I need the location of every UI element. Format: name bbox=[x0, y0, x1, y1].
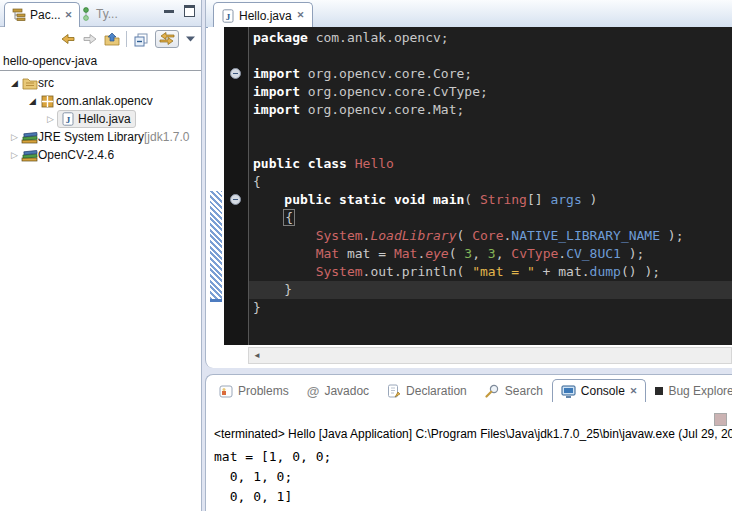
tab-search[interactable]: Search bbox=[476, 380, 552, 402]
tab-label: Search bbox=[505, 384, 543, 398]
tab-package-explorer[interactable]: Pac... ✕ bbox=[4, 2, 80, 27]
code-line[interactable]: Mat mat = Mat.eye( 3, 3, CvType.CV_8UC1 … bbox=[253, 245, 732, 263]
declaration-icon bbox=[387, 384, 401, 398]
back-icon[interactable] bbox=[60, 32, 76, 46]
link-with-editor-button[interactable] bbox=[155, 30, 179, 48]
view-menu-icon[interactable] bbox=[185, 35, 196, 43]
package-explorer-icon bbox=[12, 8, 26, 22]
svg-text:J: J bbox=[226, 11, 231, 21]
tab-console[interactable]: Console✕ bbox=[552, 379, 647, 402]
tree-item-hello-java[interactable]: ▷ J Hello.java bbox=[0, 110, 201, 128]
code-line[interactable]: System.LoadLibrary( Core.NATIVE_LIBRARY_… bbox=[253, 227, 732, 245]
scroll-left-arrow-icon[interactable]: ◄ bbox=[249, 349, 265, 362]
selected-item-box: J Hello.java bbox=[57, 110, 136, 128]
tab-bug-explorer[interactable]: Bug Explorer bbox=[646, 380, 732, 402]
tab-label: Console bbox=[581, 384, 625, 398]
tree-item-src[interactable]: ◢ src bbox=[0, 74, 201, 92]
tab-package-explorer-label: Pac... bbox=[30, 8, 61, 22]
expander-closed-icon[interactable]: ▷ bbox=[8, 132, 21, 142]
project-root-label[interactable]: hello-opencv-java bbox=[0, 51, 201, 70]
eclipse-window: Pac... ✕ Ty... bbox=[0, 0, 732, 511]
tab-label: Problems bbox=[238, 384, 289, 398]
bug-icon bbox=[655, 387, 663, 395]
close-icon[interactable]: ✕ bbox=[65, 11, 73, 20]
tree-item-label: src bbox=[38, 76, 54, 90]
collapse-minus-icon[interactable] bbox=[230, 194, 241, 205]
package-explorer-toolbar bbox=[0, 27, 201, 51]
tab-declaration[interactable]: Declaration bbox=[378, 380, 476, 402]
console-status-line: <terminated> Hello [Java Application] C:… bbox=[214, 427, 732, 441]
fold-gutter[interactable] bbox=[224, 27, 249, 345]
toolbar-separator bbox=[126, 31, 127, 47]
close-icon[interactable]: ✕ bbox=[630, 387, 638, 396]
library-icon bbox=[21, 131, 38, 144]
code-line[interactable]: public static void main( String[] args ) bbox=[253, 191, 732, 209]
code-line[interactable]: import org.opencv.core.Core; bbox=[253, 65, 732, 83]
code-line[interactable]: System.out.println( "mat = " + mat.dump(… bbox=[253, 263, 732, 281]
minimize-icon[interactable] bbox=[164, 10, 174, 13]
javadoc-icon: @ bbox=[307, 385, 320, 398]
project-tree: ◢ src ◢ com.anlak.opencv ▷ J bbox=[0, 71, 201, 164]
tab-javadoc[interactable]: @Javadoc bbox=[298, 380, 378, 402]
editor-panel: J Hello.java ✕ package com.anlak.opencv;… bbox=[205, 0, 732, 368]
tab-hello-java[interactable]: J Hello.java ✕ bbox=[213, 2, 313, 28]
code-line[interactable]: { bbox=[253, 173, 732, 191]
code-line[interactable]: import org.opencv.core.Mat; bbox=[253, 101, 732, 119]
annotation-ruler[interactable] bbox=[208, 27, 224, 345]
view-window-buttons bbox=[164, 5, 195, 17]
source-folder-icon bbox=[21, 76, 38, 90]
maximize-icon[interactable] bbox=[184, 5, 195, 17]
forward-icon[interactable] bbox=[82, 32, 98, 46]
console-toolbar bbox=[714, 413, 727, 426]
svg-text:J: J bbox=[65, 115, 70, 125]
code-line[interactable] bbox=[253, 137, 732, 155]
code-line[interactable]: package com.anlak.opencv; bbox=[253, 29, 732, 47]
collapse-minus-icon[interactable] bbox=[230, 68, 241, 79]
tab-type-hierarchy[interactable]: Ty... bbox=[74, 3, 124, 25]
tree-item-jre-library[interactable]: ▷ JRE System Library [jdk1.7.0 bbox=[0, 128, 201, 146]
code-line[interactable]: } bbox=[253, 299, 732, 317]
library-icon bbox=[21, 149, 38, 162]
expander-closed-icon[interactable]: ▷ bbox=[8, 150, 21, 160]
code-line[interactable] bbox=[253, 47, 732, 65]
bottom-panel: Problems@JavadocDeclarationSearchConsole… bbox=[205, 374, 732, 511]
code-line[interactable] bbox=[253, 119, 732, 137]
console-output[interactable]: mat = [1, 0, 0; 0, 1, 0; 0, 0, 1] bbox=[214, 447, 331, 507]
tab-label: Declaration bbox=[406, 384, 467, 398]
console-icon bbox=[561, 385, 576, 398]
tree-item-decoration: [jdk1.7.0 bbox=[144, 130, 189, 144]
search-icon bbox=[485, 384, 500, 398]
expander-open-icon[interactable]: ◢ bbox=[8, 78, 21, 88]
tab-problems[interactable]: Problems bbox=[210, 380, 298, 402]
tab-label: Javadoc bbox=[324, 384, 369, 398]
editor-content: package com.anlak.opencv;import org.open… bbox=[208, 27, 732, 345]
tab-type-hierarchy-label: Ty... bbox=[96, 7, 118, 21]
tree-item-package[interactable]: ◢ com.anlak.opencv bbox=[0, 92, 201, 110]
java-file-icon: J bbox=[59, 112, 76, 126]
up-icon[interactable] bbox=[104, 32, 120, 47]
package-explorer-tabbar: Pac... ✕ Ty... bbox=[0, 0, 201, 27]
type-hierarchy-icon bbox=[80, 7, 92, 21]
expander-open-icon[interactable]: ◢ bbox=[26, 96, 39, 106]
close-icon[interactable]: ✕ bbox=[297, 11, 305, 20]
package-explorer-panel: Pac... ✕ Ty... bbox=[0, 0, 202, 511]
tree-item-opencv-library[interactable]: ▷ OpenCV-2.4.6 bbox=[0, 146, 201, 164]
collapse-all-icon[interactable] bbox=[133, 32, 149, 47]
horizontal-scrollbar[interactable]: ◄ bbox=[248, 347, 732, 364]
terminate-icon[interactable] bbox=[714, 413, 727, 426]
tree-item-label: OpenCV-2.4.6 bbox=[38, 148, 114, 162]
code-line[interactable]: } bbox=[249, 281, 732, 299]
code-line[interactable]: import org.opencv.core.CvType; bbox=[253, 83, 732, 101]
tab-hello-java-label: Hello.java bbox=[239, 9, 292, 23]
editor-tabbar: J Hello.java ✕ bbox=[206, 0, 732, 28]
tree-item-label: JRE System Library bbox=[38, 130, 144, 144]
java-file-icon: J bbox=[222, 9, 234, 23]
expander-closed-icon[interactable]: ▷ bbox=[44, 114, 57, 124]
code-lines[interactable]: package com.anlak.opencv;import org.open… bbox=[249, 27, 732, 345]
problems-icon bbox=[219, 385, 233, 398]
tree-item-label: Hello.java bbox=[78, 112, 131, 126]
bottom-tabbar: Problems@JavadocDeclarationSearchConsole… bbox=[206, 375, 732, 402]
range-indicator bbox=[210, 191, 222, 302]
code-line[interactable]: public class Hello bbox=[253, 155, 732, 173]
code-line[interactable]: { bbox=[253, 209, 732, 227]
